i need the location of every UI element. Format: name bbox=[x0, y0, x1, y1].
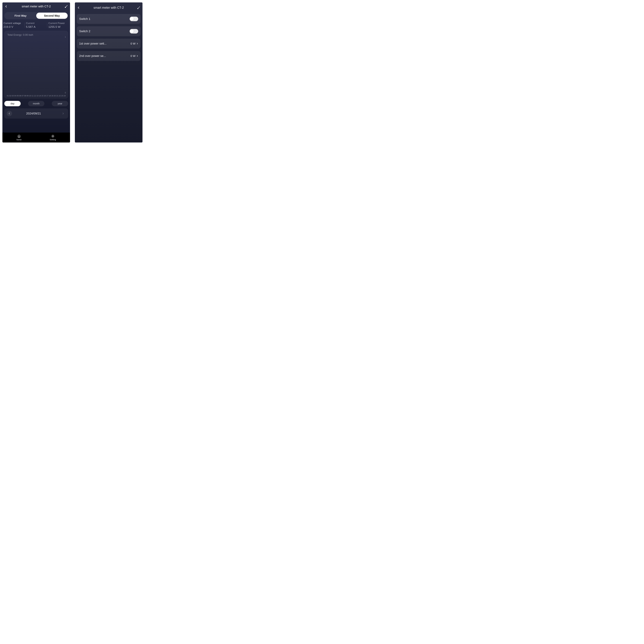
switch-1-toggle[interactable] bbox=[130, 17, 138, 21]
chart-xtick: 12 bbox=[34, 95, 36, 97]
row-switch-1: Switch 1 bbox=[77, 14, 141, 24]
chart-xtick: 20 bbox=[54, 95, 56, 97]
pencil-icon bbox=[137, 6, 140, 9]
stat-power-value: 1255.5 W bbox=[48, 25, 68, 28]
settings-screen: smart meter with CT-2 Switch 1 Switch 2 … bbox=[75, 2, 142, 142]
back-button[interactable] bbox=[77, 6, 81, 10]
pencil-icon bbox=[65, 5, 68, 8]
over-power-1-value: 0 W bbox=[131, 42, 136, 45]
gear-icon bbox=[51, 134, 55, 138]
switch-2-label: Switch 2 bbox=[79, 30, 130, 33]
chart-xtick: 14 bbox=[39, 95, 41, 97]
period-month[interactable]: month bbox=[28, 101, 44, 106]
chevron-right-icon bbox=[136, 42, 138, 45]
nav-home[interactable]: home bbox=[17, 134, 22, 141]
chart-ytick-min: 0 bbox=[65, 92, 66, 94]
chart-xtick: 21 bbox=[56, 95, 58, 97]
over-power-2-value: 0 W bbox=[131, 54, 136, 58]
date-next-button[interactable] bbox=[60, 111, 66, 116]
row-over-power-2[interactable]: 2nd over power se... 0 W bbox=[77, 51, 141, 61]
switch-2-toggle[interactable] bbox=[130, 29, 138, 34]
chart-xtick: 01 bbox=[7, 95, 9, 97]
chart-xtick: 19 bbox=[51, 95, 54, 97]
nav-setting[interactable]: Setting bbox=[50, 134, 56, 141]
stat-voltage-label: Current voltage bbox=[3, 22, 23, 25]
svg-point-0 bbox=[52, 136, 53, 137]
page-title: smart meter with CT-2 bbox=[8, 5, 64, 8]
chart-xtick: 13 bbox=[36, 95, 39, 97]
bottom-nav: home Setting bbox=[2, 133, 70, 142]
row-over-power-1[interactable]: 1st over power sett... 0 W bbox=[77, 39, 141, 49]
chart-xticks: 0102030405060708091011121314151617181920… bbox=[7, 95, 66, 97]
edit-button[interactable] bbox=[64, 5, 68, 8]
chevron-right-icon bbox=[136, 55, 138, 57]
stats-row: Current voltage 219.0 V Current 5.587 A … bbox=[2, 20, 70, 29]
chart-ytick-max: 1 bbox=[65, 36, 66, 38]
row-switch-2: Switch 2 bbox=[77, 26, 141, 36]
chart-xtick: 09 bbox=[26, 95, 29, 97]
page-title: smart meter with CT-2 bbox=[81, 6, 137, 10]
chart-xtick: 02 bbox=[9, 95, 11, 97]
chart-title: Total Energy: 0.00 kwh bbox=[7, 33, 66, 36]
stat-current-label: Current bbox=[26, 22, 46, 25]
period-day[interactable]: day bbox=[4, 101, 21, 106]
stat-current: Current 5.587 A bbox=[25, 22, 47, 28]
meter-dashboard-screen: smart meter with CT-2 First Way Second W… bbox=[2, 2, 70, 142]
chart-xtick: 10 bbox=[29, 95, 31, 97]
date-prev-button[interactable] bbox=[7, 111, 12, 116]
chart-xtick: 17 bbox=[46, 95, 49, 97]
period-tabs: day month year bbox=[4, 101, 68, 106]
chart-xtick: 08 bbox=[24, 95, 26, 97]
nav-setting-label: Setting bbox=[50, 138, 56, 141]
tab-second-way[interactable]: Second Way bbox=[36, 13, 68, 19]
stat-voltage-value: 219.0 V bbox=[3, 25, 23, 28]
date-value: 2024/09/21 bbox=[26, 112, 41, 115]
edit-button[interactable] bbox=[137, 6, 141, 10]
chart-xtick: 23 bbox=[61, 95, 63, 97]
way-tabs: First Way Second Way bbox=[4, 12, 68, 19]
switch-1-label: Switch 1 bbox=[79, 17, 130, 21]
chevron-left-icon bbox=[8, 112, 10, 115]
period-year[interactable]: year bbox=[52, 101, 68, 106]
stat-voltage: Current voltage 219.0 V bbox=[3, 22, 25, 28]
header: smart meter with CT-2 bbox=[75, 2, 142, 12]
header: smart meter with CT-2 bbox=[2, 2, 70, 10]
settings-list: Switch 1 Switch 2 1st over power sett...… bbox=[75, 12, 142, 61]
energy-chart-card: Total Energy: 0.00 kwh 1 0 0102030405060… bbox=[4, 31, 68, 98]
chart-xtick: 03 bbox=[12, 95, 14, 97]
stat-power: Current Power 1255.5 W bbox=[47, 22, 69, 28]
chart-xtick: 07 bbox=[21, 95, 24, 97]
over-power-2-label: 2nd over power se... bbox=[79, 54, 131, 58]
chart-xtick: 06 bbox=[19, 95, 21, 97]
home-icon bbox=[17, 134, 21, 138]
chart-xtick: 18 bbox=[49, 95, 51, 97]
chart-xtick: 11 bbox=[31, 95, 34, 97]
date-selector: 2024/09/21 bbox=[4, 108, 68, 119]
back-button[interactable] bbox=[4, 5, 8, 8]
chart-xtick: 05 bbox=[17, 95, 19, 97]
chart-xtick: 22 bbox=[58, 95, 61, 97]
chart-xtick: 16 bbox=[44, 95, 46, 97]
chevron-right-icon bbox=[62, 112, 64, 115]
over-power-1-label: 1st over power sett... bbox=[79, 42, 131, 45]
stat-power-label: Current Power bbox=[48, 22, 68, 25]
nav-home-label: home bbox=[17, 138, 22, 141]
chart-xtick: 15 bbox=[41, 95, 44, 97]
stat-current-value: 5.587 A bbox=[26, 25, 46, 28]
chevron-left-icon bbox=[5, 5, 8, 8]
chart-xtick: 04 bbox=[14, 95, 16, 97]
tab-first-way[interactable]: First Way bbox=[5, 13, 36, 19]
chart-xtick: 24 bbox=[63, 95, 66, 97]
chevron-left-icon bbox=[77, 6, 80, 9]
